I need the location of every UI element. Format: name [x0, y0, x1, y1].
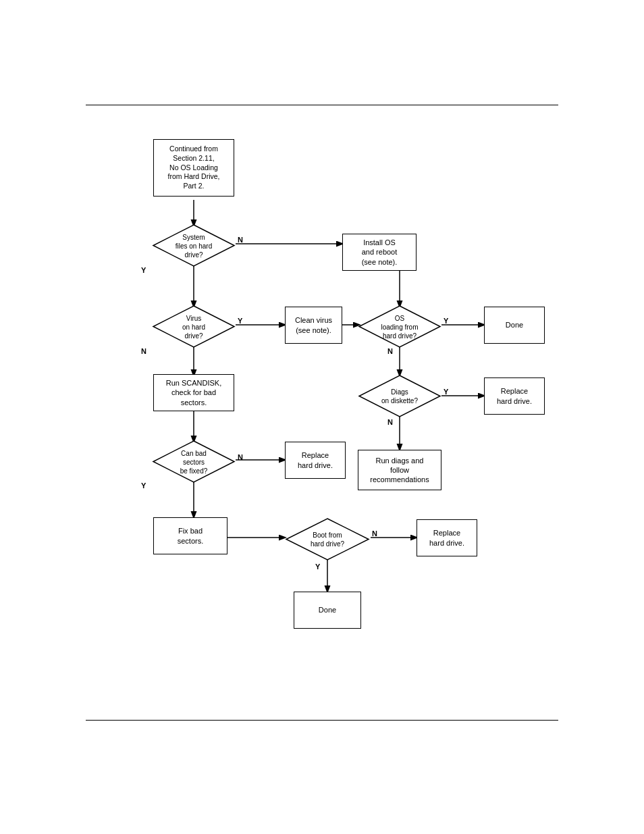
- diamond6-label: Boot from hard drive?: [294, 531, 362, 548]
- install-os-label: Install OS and reboot (see note).: [362, 238, 398, 267]
- bottom-rule: [86, 720, 558, 721]
- replace-hd2-label: Replace hard drive.: [298, 450, 333, 470]
- run-diags-label: Run diags and follow recommendations: [370, 456, 429, 485]
- fix-bad-label: Fix bad sectors.: [178, 526, 204, 546]
- diamond5-wrap: Can bad sectors be fixed?: [152, 440, 236, 484]
- d1-y-label: Y: [141, 266, 146, 274]
- scandisk-label: Run SCANDISK, check for bad sectors.: [166, 378, 222, 407]
- diamond1-wrap: System files on hard drive?: [152, 224, 236, 267]
- d2-n-label: N: [141, 347, 146, 355]
- done1-box: Done: [484, 307, 545, 344]
- scandisk-box: Run SCANDISK, check for bad sectors.: [153, 374, 234, 411]
- d4-y-label: Y: [444, 388, 448, 396]
- fix-bad-box: Fix bad sectors.: [153, 517, 227, 554]
- page: Continued from Section 2.11, No OS Loadi…: [0, 0, 644, 834]
- clean-virus-box: Clean virus (see note).: [285, 307, 342, 344]
- done2-box: Done: [294, 592, 361, 629]
- diamond1: System files on hard drive?: [152, 224, 236, 267]
- diamond2-label: Virus on hard drive?: [160, 313, 227, 340]
- diamond3: OS loading from hard drive?: [358, 305, 441, 348]
- diamond4: Diags on diskette?: [358, 374, 441, 418]
- d6-y-label: Y: [315, 563, 320, 571]
- diamond6-wrap: Boot from hard drive?: [285, 517, 370, 561]
- start-box-label: Continued from Section 2.11, No OS Loadi…: [167, 145, 219, 190]
- diamond2-wrap: Virus on hard drive?: [152, 305, 236, 348]
- diamond4-label: Diags on diskette?: [366, 388, 433, 405]
- diamond3-wrap: OS loading from hard drive?: [358, 305, 441, 348]
- diamond2: Virus on hard drive?: [152, 305, 236, 348]
- d5-y-label: Y: [141, 481, 146, 490]
- replace-hd2-box: Replace hard drive.: [285, 442, 346, 479]
- d6-n-label: N: [372, 529, 377, 538]
- top-rule: [86, 105, 558, 105]
- install-os-box: Install OS and reboot (see note).: [342, 234, 417, 271]
- done1-label: Done: [506, 320, 523, 330]
- d4-n-label: N: [387, 418, 393, 426]
- replace-hd1-box: Replace hard drive.: [484, 377, 545, 415]
- replace-hd3-box: Replace hard drive.: [417, 519, 477, 556]
- diamond6: Boot from hard drive?: [285, 517, 370, 561]
- diamond1-label: System files on hard drive?: [160, 232, 227, 259]
- diamond5: Can bad sectors be fixed?: [152, 440, 236, 484]
- diamond5-label: Can bad sectors be fixed?: [160, 448, 227, 475]
- d3-n-label: N: [387, 347, 393, 355]
- d2-y-label: Y: [238, 317, 242, 325]
- flowchart: Continued from Section 2.11, No OS Loadi…: [86, 119, 558, 706]
- diamond3-label: OS loading from hard drive?: [366, 313, 433, 340]
- clean-virus-label: Clean virus (see note).: [295, 315, 332, 335]
- d1-n-label: N: [238, 236, 243, 244]
- start-box: Continued from Section 2.11, No OS Loadi…: [153, 139, 234, 197]
- diamond4-wrap: Diags on diskette?: [358, 374, 441, 418]
- done2-label: Done: [319, 605, 336, 615]
- d3-y-label: Y: [444, 317, 448, 325]
- replace-hd1-label: Replace hard drive.: [497, 386, 532, 406]
- run-diags-box: Run diags and follow recommendations: [358, 450, 441, 490]
- d5-n-label: N: [238, 453, 243, 461]
- replace-hd3-label: Replace hard drive.: [429, 528, 464, 548]
